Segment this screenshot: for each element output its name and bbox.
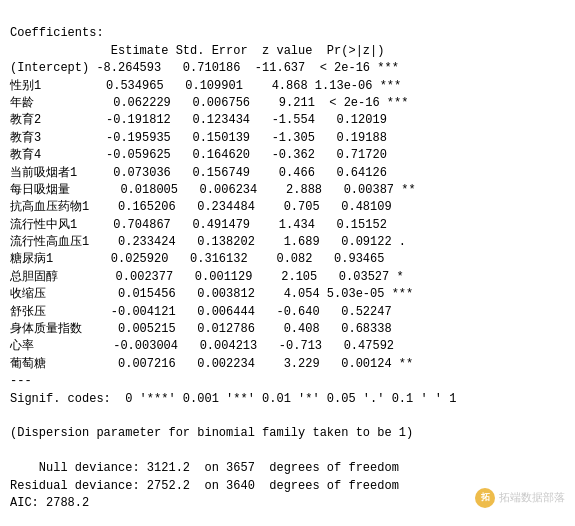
line-edu4: 教育4 -0.059625 0.164620 -0.362 0.71720	[10, 148, 416, 162]
line-smoker: 当前吸烟者1 0.073036 0.156749 0.466 0.64126	[10, 166, 416, 180]
line-null-dev: Null deviance: 3121.2 on 3657 degrees of…	[10, 461, 399, 475]
line-prev-hyp: 流行性高血压1 0.233424 0.138202 1.689 0.09122 …	[10, 235, 420, 249]
line-heartrate: 心率 -0.003004 0.004213 -0.713 0.47592	[10, 339, 423, 353]
line-resid-dev: Residual deviance: 2752.2 on 3640 degree…	[10, 479, 399, 493]
line-2: Estimate Std. Error z value Pr(>|z|)	[10, 44, 413, 58]
line-chol: 总胆固醇 0.002377 0.001129 2.105 0.03527 *	[10, 270, 418, 284]
line-edu3: 教育3 -0.195935 0.150139 -1.305 0.19188	[10, 131, 416, 145]
line-intercept: (Intercept) -8.264593 0.710186 -11.637 <…	[10, 61, 399, 75]
line-prev-stroke: 流行性中风1 0.704867 0.491479 1.434 0.15152	[10, 218, 416, 232]
watermark-text: 拓端数据部落	[499, 490, 565, 506]
watermark: 拓 拓端数据部落	[475, 488, 565, 508]
line-sysbp: 收缩压 0.015456 0.003812 4.054 5.03e-05 ***	[10, 287, 413, 301]
line-edu2: 教育2 -0.191812 0.123434 -1.554 0.12019	[10, 113, 416, 127]
line-glucose: 葡萄糖 0.007216 0.002234 3.229 0.00124 **	[10, 357, 420, 371]
line-bmi: 身体质量指数 0.005215 0.012786 0.408 0.68338	[10, 322, 420, 336]
line-dispersion: (Dispersion parameter for binomial famil…	[10, 426, 413, 440]
line-separator: ---	[10, 374, 32, 388]
line-age: 年龄 0.062229 0.006756 9.211 < 2e-16 ***	[10, 96, 408, 110]
line-diabp: 舒张压 -0.004121 0.006444 -0.640 0.52247	[10, 305, 420, 319]
line-bp-meds: 抗高血压药物1 0.165206 0.234484 0.705 0.48109	[10, 200, 420, 214]
line-sex: 性别1 0.534965 0.109901 4.868 1.13e-06 ***	[10, 79, 401, 93]
watermark-logo: 拓	[475, 488, 495, 508]
line-1: Coefficients:	[10, 26, 104, 40]
line-cigs: 每日吸烟量 0.018005 0.006234 2.888 0.00387 **	[10, 183, 423, 197]
line-signif: Signif. codes: 0 '***' 0.001 '**' 0.01 '…	[10, 392, 456, 406]
line-aic: AIC: 2788.2	[10, 496, 89, 510]
coefficients-output: Coefficients: Estimate Std. Error z valu…	[10, 8, 565, 526]
line-diabetes: 糖尿病1 0.025920 0.316132 0.082 0.93465	[10, 252, 413, 266]
